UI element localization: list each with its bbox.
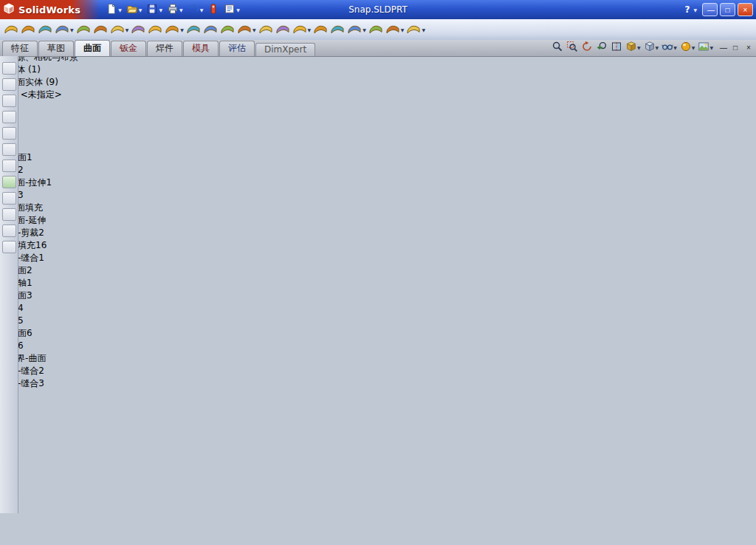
planar-surface-button[interactable] xyxy=(130,20,146,39)
tab-曲面[interactable]: 曲面 xyxy=(75,40,110,56)
tree-item[interactable]: 右视 xyxy=(0,126,756,139)
tree-item[interactable]: 原点 xyxy=(0,139,756,151)
hide-show-items-button[interactable]: ▼ xyxy=(661,41,678,55)
viewport-top-left[interactable]: ▼▼▼▼▼ YXZ ∞ *上视 xyxy=(0,405,756,545)
dock-icon-2[interactable] xyxy=(2,78,16,91)
cut-with-surface-icon xyxy=(330,22,345,37)
tab-特征[interactable]: 特征 xyxy=(2,41,38,56)
dock-icon-12[interactable] xyxy=(2,241,16,253)
tree-item[interactable]: 基准面1 xyxy=(0,151,756,164)
tree-item[interactable]: 曲面-缝合2 xyxy=(0,365,756,377)
tree-item[interactable]: 曲面填充16 xyxy=(0,239,756,252)
undo-button[interactable]: ▼ xyxy=(186,1,205,18)
print-button[interactable]: ▼ xyxy=(165,1,185,18)
boundary-surface-button[interactable] xyxy=(75,20,92,39)
swept-surface-button[interactable] xyxy=(37,20,53,39)
help-dropdown-icon[interactable]: ▼ xyxy=(693,7,697,13)
previous-view-button[interactable] xyxy=(595,41,608,55)
rebuild-button[interactable] xyxy=(206,1,221,18)
tree-item[interactable]: 材质 <未指定> xyxy=(0,89,756,101)
options-button[interactable]: ▼ xyxy=(222,1,241,18)
delete-face-button[interactable] xyxy=(185,20,202,39)
tree-item[interactable]: +曲面实体 (9) xyxy=(0,76,756,89)
tree-item[interactable]: +曲面-拉伸1 xyxy=(0,176,756,189)
zoom-to-fit-icon xyxy=(551,41,563,55)
tree-item[interactable]: +边界-曲面 xyxy=(0,352,756,365)
new-button[interactable]: ▼ xyxy=(104,1,123,18)
tab-DimXpert[interactable]: DimXpert xyxy=(255,43,315,56)
viewport-restore-button[interactable]: □ xyxy=(729,42,740,53)
viewport-close-button[interactable]: × xyxy=(742,42,754,53)
tab-钣金[interactable]: 钣金 xyxy=(111,41,146,56)
thickened-cut-button[interactable] xyxy=(312,20,329,39)
move-copy-button[interactable] xyxy=(368,20,384,39)
revolved-surface-button[interactable] xyxy=(20,20,36,39)
close-button[interactable]: × xyxy=(738,3,753,16)
zoom-to-area-button[interactable] xyxy=(566,41,579,55)
extruded-surface-button[interactable] xyxy=(3,20,19,39)
spline-tools-button[interactable]: ▼ xyxy=(405,20,426,39)
replace-face-button[interactable] xyxy=(202,20,219,39)
filled-surface-button[interactable] xyxy=(92,20,109,39)
untrim-surface-button[interactable] xyxy=(258,20,274,39)
tree-item[interactable]: 草图6 xyxy=(0,340,756,352)
tab-焊件[interactable]: 焊件 xyxy=(147,41,182,56)
fillet-button[interactable]: ▼ xyxy=(346,20,367,39)
minimize-button[interactable]: — xyxy=(702,3,718,16)
dock-icon-10[interactable] xyxy=(2,208,16,221)
tab-评估[interactable]: 评估 xyxy=(219,41,255,56)
tree-item[interactable]: 基准面6 xyxy=(0,327,756,340)
display-style-button[interactable]: ▼ xyxy=(643,41,660,55)
extend-surface-button[interactable] xyxy=(219,20,236,39)
tree-item[interactable]: +曲面-延伸 xyxy=(0,214,756,227)
cut-with-surface-button[interactable] xyxy=(329,20,346,39)
tree-item[interactable]: +曲面填充 xyxy=(0,202,756,214)
thickened-cut-icon xyxy=(313,22,328,37)
edit-appearance-button[interactable]: ▼ xyxy=(679,41,696,55)
tree-item[interactable]: 草图4 xyxy=(0,302,756,315)
dock-icon-7[interactable] xyxy=(2,160,16,172)
ruled-surface-button[interactable]: ▼ xyxy=(164,20,185,39)
tree-item[interactable]: +实体 (1) xyxy=(0,64,756,76)
view-orientation-button[interactable]: ▼ xyxy=(625,41,642,55)
dock-icon-6[interactable] xyxy=(2,143,16,156)
freeform-button[interactable]: ▼ xyxy=(109,20,130,39)
viewport-minimize-button[interactable]: — xyxy=(715,42,727,53)
rotate-view-button[interactable] xyxy=(580,41,594,55)
dock-icon-8[interactable] xyxy=(2,176,16,188)
zoom-to-fit-button[interactable] xyxy=(551,41,564,55)
restore-button[interactable]: □ xyxy=(720,3,735,16)
tree-item[interactable]: 上视 xyxy=(0,114,756,126)
tab-草图[interactable]: 草图 xyxy=(38,41,74,56)
dock-icon-4[interactable] xyxy=(2,111,16,123)
dock-icon-1[interactable] xyxy=(2,62,16,75)
tree-item[interactable]: 前视 xyxy=(0,101,756,114)
window-controls: ? ▼ —□× xyxy=(683,3,756,16)
tree-item[interactable]: 草图3 xyxy=(0,189,756,202)
help-button[interactable]: ? xyxy=(683,4,691,15)
tree-item[interactable]: 基准面2 xyxy=(0,264,756,277)
dock-icon-3[interactable] xyxy=(2,95,16,107)
lofted-surface-button[interactable]: ▼ xyxy=(54,20,75,39)
dock-icon-9[interactable] xyxy=(2,192,16,205)
tree-item[interactable]: 曲面-缝合3 xyxy=(0,377,756,390)
extend-surface-icon xyxy=(220,22,235,37)
section-view-button[interactable] xyxy=(610,41,623,55)
tree-item[interactable]: 基准轴1 xyxy=(0,277,756,289)
tree-item[interactable]: 曲面-剪裁2 xyxy=(0,227,756,239)
tree-item[interactable]: 曲面-缝合1 xyxy=(0,252,756,264)
save-button[interactable]: ▼ xyxy=(145,1,164,18)
open-button[interactable]: ▼ xyxy=(125,1,144,18)
tab-模具[interactable]: 模具 xyxy=(183,41,219,56)
trim-surface-button[interactable]: ▼ xyxy=(236,20,257,39)
curves-button[interactable]: ▼ xyxy=(385,20,405,39)
dock-icon-11[interactable] xyxy=(2,224,16,237)
tree-item[interactable]: 基准面3 xyxy=(0,289,756,302)
tree-item[interactable]: 草图2 xyxy=(0,164,756,176)
offset-surface-button[interactable] xyxy=(147,20,163,39)
thicken-button[interactable]: ▼ xyxy=(292,20,312,39)
dock-icon-5[interactable] xyxy=(2,127,16,140)
tree-item[interactable]: 草图5 xyxy=(0,315,756,327)
apply-scene-button[interactable]: ▼ xyxy=(697,41,714,55)
knit-surface-button[interactable] xyxy=(275,20,291,39)
